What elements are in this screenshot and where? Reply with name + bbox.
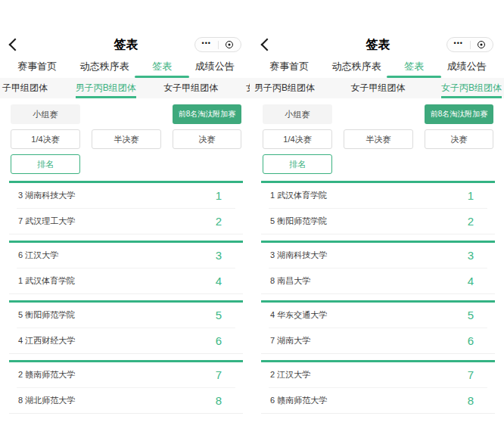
team-name: 2 赣南师范大学 xyxy=(18,369,75,380)
subtab-label: 男子丙B组团体 xyxy=(76,82,136,95)
navbar: 签表 ••• xyxy=(0,35,252,54)
draw-number: 1 xyxy=(216,189,234,202)
draw-sheet-screen-right: 签表 ••• 赛事首页 动态秩序表 签表 成绩公告 男子丙B组团体 女子甲组团体… xyxy=(252,0,504,444)
subtab-womens-b-team[interactable]: 女子丙B组团体 xyxy=(441,78,502,98)
draw-number: 8 xyxy=(468,394,486,407)
draw-group: 1 武汉体育学院 1 5 衡阳师范学院 2 xyxy=(261,181,495,234)
team-row: 2 赣南师范大学 7 xyxy=(9,362,243,387)
filter-semifinal[interactable]: 半决赛 xyxy=(92,129,161,149)
wechat-capsule: ••• xyxy=(194,37,241,52)
filter-quarterfinal[interactable]: 1/4决赛 xyxy=(263,129,332,149)
filter-final[interactable]: 决赛 xyxy=(173,129,241,149)
team-name: 7 武汉理工大学 xyxy=(18,216,75,227)
wechat-capsule: ••• xyxy=(446,37,493,52)
team-row: 5 衡阳师范学院 5 xyxy=(9,303,243,328)
page-title: 签表 xyxy=(366,37,390,53)
tab-draw-sheet[interactable]: 签表 xyxy=(404,54,424,78)
draw-number: 3 xyxy=(468,249,486,262)
subtab-mens-b-team[interactable]: 男子丙B组团体 xyxy=(254,78,315,98)
team-row: 1 武汉体育学院 4 xyxy=(9,269,243,293)
team-row: 8 湖北师范大学 8 xyxy=(9,388,243,413)
back-icon[interactable] xyxy=(9,39,22,51)
more-icon[interactable]: ••• xyxy=(447,40,470,49)
group-subtabs: 男子丙B组团体 女子甲组团体 女子丙B组团体 xyxy=(252,78,504,98)
tab-results[interactable]: 成绩公告 xyxy=(447,54,487,78)
draw-group: 2 江汉大学 7 6 赣南师范大学 8 xyxy=(261,360,495,414)
subtab-label: 男子丙B组团体 xyxy=(254,82,315,95)
more-icon[interactable]: ••• xyxy=(195,40,218,49)
team-name: 3 湖南科技大学 xyxy=(270,250,327,261)
tab-dynamic-schedule[interactable]: 动态秩序表 xyxy=(332,54,381,78)
tab-label: 成绩公告 xyxy=(195,55,235,78)
draw-number: 8 xyxy=(216,394,234,407)
main-tabs: 赛事首页 动态秩序表 签表 成绩公告 xyxy=(0,54,252,78)
subtab-womens-a-team[interactable]: 女子甲组团体 xyxy=(351,78,406,98)
subtab-label: 女子甲组团体 xyxy=(163,82,218,95)
navbar: 签表 ••• xyxy=(252,35,504,54)
subtab-label: 女子丙B组团体 xyxy=(246,82,250,95)
exit-target-icon[interactable] xyxy=(219,41,241,48)
tab-label: 赛事首页 xyxy=(17,55,57,78)
filter-group-stage[interactable]: 小组赛 xyxy=(263,104,332,124)
team-row: 6 江汉大学 3 xyxy=(9,243,243,268)
tab-event-home[interactable]: 赛事首页 xyxy=(269,54,309,78)
tab-label: 成绩公告 xyxy=(447,55,487,78)
tab-label: 赛事首页 xyxy=(269,55,309,78)
tab-draw-sheet[interactable]: 签表 xyxy=(152,54,172,78)
team-name: 8 湖北师范大学 xyxy=(18,395,75,406)
draw-number: 2 xyxy=(216,215,234,228)
group-subtabs: 子甲组团体 男子丙B组团体 女子甲组团体 女子丙B组团体 xyxy=(0,78,252,98)
team-row: 8 南昌大学 4 xyxy=(261,269,495,293)
tab-results[interactable]: 成绩公告 xyxy=(195,54,235,78)
page-title: 签表 xyxy=(114,37,138,53)
team-row: 4 华东交通大学 5 xyxy=(261,303,495,328)
subtab-label: 子甲组团体 xyxy=(2,82,48,95)
team-name: 6 赣南师范大学 xyxy=(270,395,327,406)
tab-label: 动态秩序表 xyxy=(80,55,129,78)
filter-final[interactable]: 决赛 xyxy=(425,129,493,149)
draw-number: 2 xyxy=(468,215,486,228)
draw-group: 4 华东交通大学 5 7 湖南大学 6 xyxy=(261,300,495,354)
back-icon[interactable] xyxy=(261,39,274,51)
subtab-mens-a-team-clipped[interactable]: 子甲组团体 xyxy=(2,78,48,98)
team-name: 8 南昌大学 xyxy=(270,275,310,287)
filter-group-stage[interactable]: 小组赛 xyxy=(11,104,80,124)
team-name: 7 湖南大学 xyxy=(270,335,310,346)
draw-group: 5 衡阳师范学院 5 4 江西财经大学 6 xyxy=(9,300,243,354)
subtab-womens-a-team[interactable]: 女子甲组团体 xyxy=(163,78,218,98)
draw-number: 6 xyxy=(468,334,486,347)
team-name: 3 湖南科技大学 xyxy=(18,190,75,201)
tab-label: 签表 xyxy=(404,55,424,78)
tab-event-home[interactable]: 赛事首页 xyxy=(17,54,57,78)
exit-target-icon[interactable] xyxy=(471,41,493,48)
team-name: 4 江西财经大学 xyxy=(18,335,75,346)
team-name: 5 衡阳师范学院 xyxy=(18,309,75,321)
subtab-label: 女子甲组团体 xyxy=(351,82,406,95)
stage-filter-grid: 小组赛 前8名淘汰附加赛 1/4决赛 半决赛 决赛 排名 xyxy=(0,104,252,174)
filter-top8-playoff[interactable]: 前8名淘汰附加赛 xyxy=(173,104,241,124)
draw-number: 4 xyxy=(216,275,234,287)
draw-sheet-screen-left: 签表 ••• 赛事首页 动态秩序表 签表 成绩公告 子甲组团体 男子丙B组团体 … xyxy=(0,0,252,444)
draw-number: 5 xyxy=(216,309,234,321)
team-name: 1 武汉体育学院 xyxy=(18,275,75,287)
team-name: 5 衡阳师范学院 xyxy=(270,216,327,227)
tab-dynamic-schedule[interactable]: 动态秩序表 xyxy=(80,54,129,78)
team-row: 4 江西财经大学 6 xyxy=(9,328,243,353)
team-name: 4 华东交通大学 xyxy=(270,309,327,321)
team-row: 3 湖南科技大学 3 xyxy=(261,243,495,268)
subtab-mens-b-team[interactable]: 男子丙B组团体 xyxy=(76,78,136,98)
draw-number: 6 xyxy=(216,334,234,347)
team-row: 6 赣南师范大学 8 xyxy=(261,388,495,413)
filter-quarterfinal[interactable]: 1/4决赛 xyxy=(11,129,80,149)
filter-semifinal[interactable]: 半决赛 xyxy=(344,129,413,149)
team-row: 3 湖南科技大学 1 xyxy=(9,183,243,208)
filter-ranking[interactable]: 排名 xyxy=(11,154,80,174)
filter-ranking[interactable]: 排名 xyxy=(263,154,332,174)
subtab-womens-b-team-sliver[interactable]: 女子丙B组团体 xyxy=(246,78,250,98)
draw-number: 7 xyxy=(468,368,486,381)
draw-group: 3 湖南科技大学 3 8 南昌大学 4 xyxy=(261,241,495,294)
team-name: 1 武汉体育学院 xyxy=(270,190,327,201)
tab-label: 签表 xyxy=(152,55,172,78)
filter-top8-playoff[interactable]: 前8名淘汰附加赛 xyxy=(425,104,493,124)
team-row: 2 江汉大学 7 xyxy=(261,362,495,387)
